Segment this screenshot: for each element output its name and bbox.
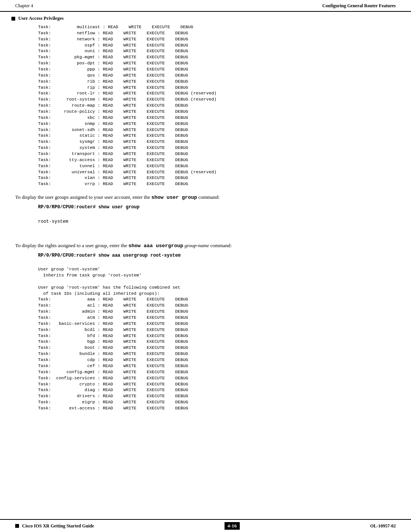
footer-guide-title: Cisco IOS XR Getting Started Guide (22, 523, 94, 529)
show-aaa-cmd: RP/0/RP0/CPU0:router# show aaa usergroup… (15, 253, 396, 258)
para2-command: show aaa usergroup (128, 243, 183, 249)
page-content: Task: multicast : READ WRITE EXECUTE DEB… (0, 24, 411, 444)
paragraph-1: To display the user groups assigned to y… (15, 193, 396, 201)
footer-doc-number: OL-10957-02 (370, 523, 396, 529)
para2-after: command: (209, 243, 232, 248)
para1-after: command: (197, 194, 220, 200)
show-user-group-cmd: RP/0/RP0/CPU0:router# show user group (15, 204, 396, 210)
page-footer: Cisco IOS XR Getting Started Guide 4-16 … (0, 519, 411, 532)
show-aaa-output: User group 'root-system' Inherits from t… (15, 267, 396, 412)
section-header: User Access Privileges (0, 12, 411, 23)
page: Chapter 4 Configuring General Router Fea… (0, 0, 411, 532)
chapter-label: Chapter 4 (15, 3, 33, 9)
para1-command: show user group (151, 195, 197, 200)
footer-left: Cisco IOS XR Getting Started Guide (15, 523, 94, 529)
para2-italic: group-name (183, 243, 209, 248)
para2-before: To display the rights assigned to a user… (15, 243, 128, 248)
section-title: User Access Privileges (18, 16, 64, 21)
footer-page-number: 4-16 (225, 522, 240, 530)
chapter-title: Configuring General Router Features (322, 3, 396, 9)
footer-icon (15, 524, 19, 528)
show-user-group-output: root-system (15, 219, 396, 224)
paragraph-2: To display the rights assigned to a user… (15, 242, 396, 250)
top-task-list: Task: multicast : READ WRITE EXECUTE DEB… (15, 24, 396, 187)
section-icon (11, 17, 15, 21)
para1-before: To display the user groups assigned to y… (15, 194, 151, 200)
page-header: Chapter 4 Configuring General Router Fea… (0, 0, 411, 12)
